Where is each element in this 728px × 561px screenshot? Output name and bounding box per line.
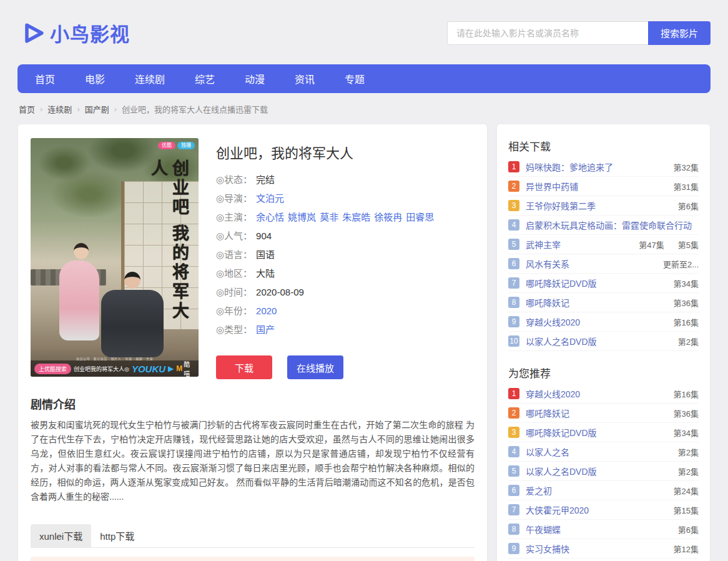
list-item: 4启蒙积木玩具定格动画：雷霆使命联合行动	[508, 216, 699, 235]
item-title-link[interactable]: 大侠霍元甲2020	[526, 504, 660, 516]
rank-badge: 3	[508, 427, 519, 438]
search-input[interactable]	[447, 21, 648, 45]
nav-item-2[interactable]: 电影	[85, 71, 105, 86]
item-title-link[interactable]: 实习女捕快	[526, 542, 660, 555]
nav-item-1[interactable]: 首页	[35, 71, 55, 86]
item-title-link[interactable]: 穿越火线2020	[526, 387, 660, 400]
breadcrumb-link[interactable]: 首页	[19, 103, 35, 115]
item-title-link[interactable]: 王爷你好贱第二季	[526, 199, 664, 212]
meta-link[interactable]: 徐筱冉	[374, 212, 402, 222]
meta-label: ◎状态：	[216, 171, 252, 189]
breadcrumb-current: 创业吧，我的将军大人在线点播迅雷下载	[122, 103, 268, 115]
main-nav: 首页电影连续剧综艺动漫资讯专题	[17, 64, 711, 93]
nav-item-7[interactable]: 专题	[345, 71, 365, 86]
list-item: 9实习女捕快第12集	[508, 539, 699, 559]
rank-badge: 1	[508, 161, 519, 172]
meta-label: ◎时间：	[216, 283, 252, 302]
item-title-link[interactable]: 风水有关系	[526, 257, 649, 270]
list-item: 9穿越火线2020第16集	[508, 312, 699, 332]
youku-search-text: 创业吧我的将军大人◎	[74, 365, 129, 373]
item-title-link[interactable]: 妈咪快跑：爹地追来了	[526, 161, 660, 173]
meta-row-状态: ◎状态：完结	[216, 171, 475, 189]
list-item: 3哪吒降妖记DVD版第34集	[508, 423, 699, 442]
breadcrumb-separator-icon: ›	[40, 104, 42, 114]
item-title-link[interactable]: 哪吒降妖记DVD版	[526, 426, 660, 439]
search-button[interactable]: 搜索影片	[648, 21, 711, 45]
play-online-button[interactable]: 在线播放	[287, 355, 343, 379]
site-logo[interactable]: 小鸟影视	[20, 19, 130, 47]
meta-link[interactable]: 姚博岚	[288, 212, 316, 222]
list-item: 2哪吒降妖记第36集	[508, 404, 699, 423]
meta-link[interactable]: 田睿思	[406, 212, 434, 222]
recommended-heading: 为您推荐	[508, 365, 699, 380]
poster-credits-line: 出品公司 · 联合出品 · 制片人 · 导演 · 编剧 · 主演	[31, 356, 199, 360]
poster-actress-art	[59, 243, 103, 343]
breadcrumb-link[interactable]: 国产剧	[85, 103, 109, 115]
meta-link[interactable]: 余心恬	[256, 212, 284, 222]
sidebar: 相关下载 1妈咪快跑：爹地追来了第32集2异世界中药铺第31集3王爷你好贱第二季…	[496, 124, 711, 561]
item-title-link[interactable]: 以家人之名DVD版	[526, 465, 664, 477]
movie-poster[interactable]: 创业吧 我的将军大人 优酷 独播 出品公司 · 联合出品 · 制片人 · 导演 …	[31, 138, 199, 377]
meta-value: 国语	[256, 246, 275, 264]
meta-link[interactable]: 朱宸皓	[342, 212, 370, 222]
meta-row-主演: ◎主演：余心恬姚博岚莫非朱宸皓徐筱冉田睿思	[216, 208, 475, 227]
item-title-link[interactable]: 以家人之名DVD版	[526, 335, 664, 347]
meta-value-links: 文泊元	[252, 189, 284, 208]
nav-item-4[interactable]: 综艺	[195, 71, 215, 86]
download-button[interactable]: 下载	[216, 355, 272, 379]
list-item: 5武神主宰第47集第5集	[508, 235, 699, 254]
rank-badge: 2	[508, 407, 519, 419]
rank-badge: 7	[508, 277, 519, 289]
site-header: 小鸟影视 搜索影片	[17, 0, 711, 64]
rank-badge: 8	[508, 297, 519, 308]
download-links-panel: 第01集https://youku.cdn4-okzy.com/share/c9…	[31, 557, 475, 561]
item-title-link[interactable]: 爱之初	[526, 484, 660, 497]
episode-label: 第36集	[674, 407, 699, 419]
item-title-link[interactable]: 午夜蝴蝶	[526, 523, 664, 535]
episode-label: 第36集	[674, 297, 699, 309]
exclusive-badge: 独播	[177, 142, 195, 149]
kumiao-logo: M酷喵	[176, 359, 195, 377]
meta-row-地区: ◎地区：大陆	[216, 264, 475, 283]
item-title-link[interactable]: 穿越火线2020	[526, 315, 660, 328]
breadcrumb-link[interactable]: 连续剧	[47, 103, 72, 115]
episode-label: 第32集	[674, 161, 699, 173]
list-item: 7大侠霍元甲2020第15集	[508, 500, 699, 520]
tab-xunlei下载[interactable]: xunlei下载	[31, 524, 91, 547]
item-title-link[interactable]: 异世界中药铺	[526, 180, 660, 192]
item-title-link[interactable]: 启蒙积木玩具定格动画：雷霆使命联合行动	[526, 219, 699, 231]
rank-badge: 7	[508, 504, 519, 515]
episode-label: 第16集	[674, 388, 699, 400]
item-title-link[interactable]: 以家人之名	[526, 445, 664, 458]
list-item: 2异世界中药铺第31集	[508, 177, 699, 196]
tab-http下载[interactable]: http下载	[91, 524, 143, 547]
rank-badge: 2	[508, 181, 519, 192]
meta-link[interactable]: 2020	[256, 305, 277, 316]
list-item: 3王爷你好贱第二季第6集	[508, 196, 699, 216]
rank-badge: 10	[508, 335, 519, 347]
meta-link[interactable]: 文泊元	[256, 193, 284, 204]
nav-item-5[interactable]: 动漫	[245, 71, 265, 86]
rank-badge: 3	[508, 200, 519, 211]
item-title-link[interactable]: 武神主宰	[526, 238, 625, 251]
item-title-link[interactable]: 哪吒降妖记	[526, 296, 660, 309]
movie-meta-list: ◎状态：完结◎导演：文泊元◎主演：余心恬姚博岚莫非朱宸皓徐筱冉田睿思◎人气：90…	[216, 171, 475, 339]
meta-value: 完结	[256, 171, 275, 189]
meta-row-类型: ◎类型：国产	[216, 320, 475, 339]
site-title: 小鸟影视	[50, 19, 130, 47]
nav-item-6[interactable]: 资讯	[295, 71, 315, 86]
episode-label: 第47集	[639, 239, 664, 251]
meta-row-导演: ◎导演：文泊元	[216, 189, 475, 208]
meta-value: 大陆	[256, 264, 275, 283]
item-title-link[interactable]: 哪吒降妖记	[526, 407, 660, 419]
episode-label: 第6集	[678, 524, 699, 535]
nav-item-3[interactable]: 连续剧	[135, 71, 165, 86]
meta-label: ◎类型：	[216, 320, 252, 339]
meta-row-语言: ◎语言：国语	[216, 246, 475, 264]
item-title-link[interactable]: 哪吒降妖记DVD版	[526, 277, 660, 289]
episode-label: 第5集	[678, 239, 699, 251]
meta-link[interactable]: 国产	[256, 324, 275, 335]
poster-title-calligraphy: 创业吧 我的将军大人	[147, 159, 190, 334]
meta-link[interactable]: 莫非	[320, 212, 338, 222]
breadcrumb-separator-icon: ›	[77, 104, 79, 114]
